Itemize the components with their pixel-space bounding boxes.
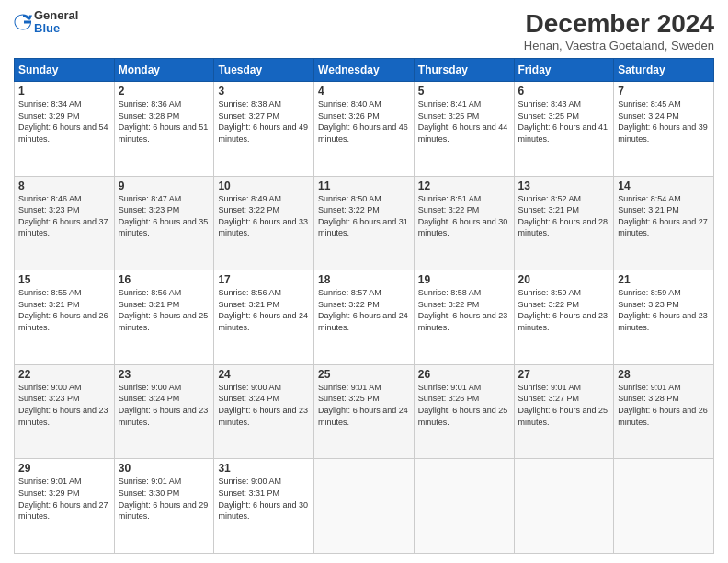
logo: General Blue: [14, 9, 78, 36]
day-info: Sunrise: 9:01 AMSunset: 3:30 PMDaylight:…: [119, 476, 210, 522]
day-number: 16: [119, 273, 210, 286]
day-info: Sunrise: 8:54 AMSunset: 3:21 PMDaylight:…: [618, 193, 710, 239]
calendar-cell: 3Sunrise: 8:38 AMSunset: 3:27 PMDaylight…: [214, 82, 314, 177]
day-number: 19: [418, 273, 510, 286]
day-number: 5: [418, 85, 510, 98]
logo-blue-text: Blue: [34, 22, 78, 35]
day-number: 6: [518, 85, 610, 98]
day-info: Sunrise: 8:49 AMSunset: 3:22 PMDaylight:…: [218, 193, 310, 239]
calendar-cell: 19Sunrise: 8:58 AMSunset: 3:22 PMDayligh…: [414, 270, 514, 365]
weekday-header-saturday: Saturday: [614, 59, 714, 82]
calendar-cell: [514, 459, 614, 554]
day-number: 20: [518, 273, 610, 286]
day-info: Sunrise: 8:50 AMSunset: 3:22 PMDaylight:…: [318, 193, 410, 239]
calendar-cell: 26Sunrise: 9:01 AMSunset: 3:26 PMDayligh…: [414, 364, 514, 459]
day-number: 24: [218, 368, 310, 381]
calendar-cell: 2Sunrise: 8:36 AMSunset: 3:28 PMDaylight…: [114, 82, 214, 177]
day-info: Sunrise: 9:01 AMSunset: 3:26 PMDaylight:…: [418, 382, 510, 428]
day-info: Sunrise: 8:38 AMSunset: 3:27 PMDaylight:…: [218, 98, 310, 144]
calendar: SundayMondayTuesdayWednesdayThursdayFrid…: [14, 58, 714, 554]
calendar-header-row: SundayMondayTuesdayWednesdayThursdayFrid…: [15, 59, 714, 82]
day-info: Sunrise: 8:41 AMSunset: 3:25 PMDaylight:…: [418, 98, 510, 144]
day-info: Sunrise: 8:45 AMSunset: 3:24 PMDaylight:…: [618, 98, 710, 144]
calendar-cell: 20Sunrise: 8:59 AMSunset: 3:22 PMDayligh…: [514, 270, 614, 365]
day-info: Sunrise: 8:40 AMSunset: 3:26 PMDaylight:…: [318, 98, 410, 144]
calendar-week-row: 8Sunrise: 8:46 AMSunset: 3:23 PMDaylight…: [15, 176, 714, 270]
day-number: 23: [119, 368, 210, 381]
calendar-cell: 1Sunrise: 8:34 AMSunset: 3:29 PMDaylight…: [15, 82, 115, 177]
header: General Blue December 2024 Henan, Vaestr…: [14, 9, 714, 52]
day-number: 13: [518, 179, 610, 192]
day-info: Sunrise: 9:00 AMSunset: 3:24 PMDaylight:…: [218, 382, 310, 428]
calendar-cell: 23Sunrise: 9:00 AMSunset: 3:24 PMDayligh…: [114, 364, 214, 459]
day-number: 14: [618, 179, 710, 192]
day-number: 3: [218, 85, 310, 98]
calendar-cell: 5Sunrise: 8:41 AMSunset: 3:25 PMDaylight…: [414, 82, 514, 177]
day-info: Sunrise: 8:52 AMSunset: 3:21 PMDaylight:…: [518, 193, 610, 239]
calendar-week-row: 29Sunrise: 9:01 AMSunset: 3:29 PMDayligh…: [15, 459, 714, 554]
day-info: Sunrise: 9:01 AMSunset: 3:28 PMDaylight:…: [618, 382, 710, 428]
weekday-header-tuesday: Tuesday: [214, 59, 314, 82]
day-info: Sunrise: 9:00 AMSunset: 3:23 PMDaylight:…: [18, 382, 110, 428]
day-info: Sunrise: 8:56 AMSunset: 3:21 PMDaylight:…: [119, 287, 210, 333]
day-number: 28: [618, 368, 710, 381]
sub-title: Henan, Vaestra Goetaland, Sweden: [524, 39, 714, 52]
calendar-week-row: 15Sunrise: 8:55 AMSunset: 3:21 PMDayligh…: [15, 270, 714, 365]
logo-general-text: General: [34, 9, 78, 22]
calendar-cell: [414, 459, 514, 554]
weekday-header-friday: Friday: [514, 59, 614, 82]
day-number: 29: [18, 462, 110, 475]
calendar-cell: 11Sunrise: 8:50 AMSunset: 3:22 PMDayligh…: [314, 176, 415, 270]
day-number: 30: [119, 462, 210, 475]
calendar-week-row: 1Sunrise: 8:34 AMSunset: 3:29 PMDaylight…: [15, 82, 714, 177]
calendar-cell: 28Sunrise: 9:01 AMSunset: 3:28 PMDayligh…: [614, 364, 714, 459]
weekday-header-monday: Monday: [114, 59, 214, 82]
day-info: Sunrise: 8:57 AMSunset: 3:22 PMDaylight:…: [318, 287, 410, 333]
day-info: Sunrise: 8:58 AMSunset: 3:22 PMDaylight:…: [418, 287, 510, 333]
day-info: Sunrise: 8:51 AMSunset: 3:22 PMDaylight:…: [418, 193, 510, 239]
calendar-cell: 8Sunrise: 8:46 AMSunset: 3:23 PMDaylight…: [15, 176, 115, 270]
weekday-header-thursday: Thursday: [414, 59, 514, 82]
calendar-cell: 30Sunrise: 9:01 AMSunset: 3:30 PMDayligh…: [114, 459, 214, 554]
day-number: 10: [218, 179, 310, 192]
day-info: Sunrise: 9:01 AMSunset: 3:29 PMDaylight:…: [18, 476, 110, 522]
main-title: December 2024: [524, 9, 714, 39]
day-number: 11: [318, 179, 410, 192]
day-info: Sunrise: 9:00 AMSunset: 3:24 PMDaylight:…: [119, 382, 210, 428]
day-number: 12: [418, 179, 510, 192]
day-info: Sunrise: 9:01 AMSunset: 3:25 PMDaylight:…: [318, 382, 410, 428]
day-info: Sunrise: 8:55 AMSunset: 3:21 PMDaylight:…: [18, 287, 110, 333]
weekday-header-wednesday: Wednesday: [314, 59, 415, 82]
calendar-cell: 31Sunrise: 9:00 AMSunset: 3:31 PMDayligh…: [214, 459, 314, 554]
day-info: Sunrise: 8:59 AMSunset: 3:22 PMDaylight:…: [518, 287, 610, 333]
calendar-cell: [614, 459, 714, 554]
day-info: Sunrise: 8:56 AMSunset: 3:21 PMDaylight:…: [218, 287, 310, 333]
day-number: 25: [318, 368, 410, 381]
day-info: Sunrise: 8:43 AMSunset: 3:25 PMDaylight:…: [518, 98, 610, 144]
day-info: Sunrise: 9:01 AMSunset: 3:27 PMDaylight:…: [518, 382, 610, 428]
calendar-cell: 29Sunrise: 9:01 AMSunset: 3:29 PMDayligh…: [15, 459, 115, 554]
calendar-cell: 13Sunrise: 8:52 AMSunset: 3:21 PMDayligh…: [514, 176, 614, 270]
day-info: Sunrise: 8:36 AMSunset: 3:28 PMDaylight:…: [119, 98, 210, 144]
calendar-cell: 27Sunrise: 9:01 AMSunset: 3:27 PMDayligh…: [514, 364, 614, 459]
day-info: Sunrise: 8:59 AMSunset: 3:23 PMDaylight:…: [618, 287, 710, 333]
day-number: 15: [18, 273, 110, 286]
day-number: 17: [218, 273, 310, 286]
calendar-cell: 22Sunrise: 9:00 AMSunset: 3:23 PMDayligh…: [15, 364, 115, 459]
day-number: 27: [518, 368, 610, 381]
day-info: Sunrise: 8:34 AMSunset: 3:29 PMDaylight:…: [18, 98, 110, 144]
day-number: 1: [18, 85, 110, 98]
title-area: December 2024 Henan, Vaestra Goetaland, …: [524, 9, 714, 52]
calendar-cell: 9Sunrise: 8:47 AMSunset: 3:23 PMDaylight…: [114, 176, 214, 270]
calendar-cell: 12Sunrise: 8:51 AMSunset: 3:22 PMDayligh…: [414, 176, 514, 270]
day-number: 21: [618, 273, 710, 286]
calendar-cell: 21Sunrise: 8:59 AMSunset: 3:23 PMDayligh…: [614, 270, 714, 365]
weekday-header-sunday: Sunday: [15, 59, 115, 82]
calendar-cell: 18Sunrise: 8:57 AMSunset: 3:22 PMDayligh…: [314, 270, 415, 365]
calendar-cell: [314, 459, 415, 554]
day-info: Sunrise: 8:47 AMSunset: 3:23 PMDaylight:…: [119, 193, 210, 239]
day-number: 18: [318, 273, 410, 286]
calendar-cell: 10Sunrise: 8:49 AMSunset: 3:22 PMDayligh…: [214, 176, 314, 270]
page: General Blue December 2024 Henan, Vaestr…: [0, 0, 728, 563]
day-number: 2: [119, 85, 210, 98]
